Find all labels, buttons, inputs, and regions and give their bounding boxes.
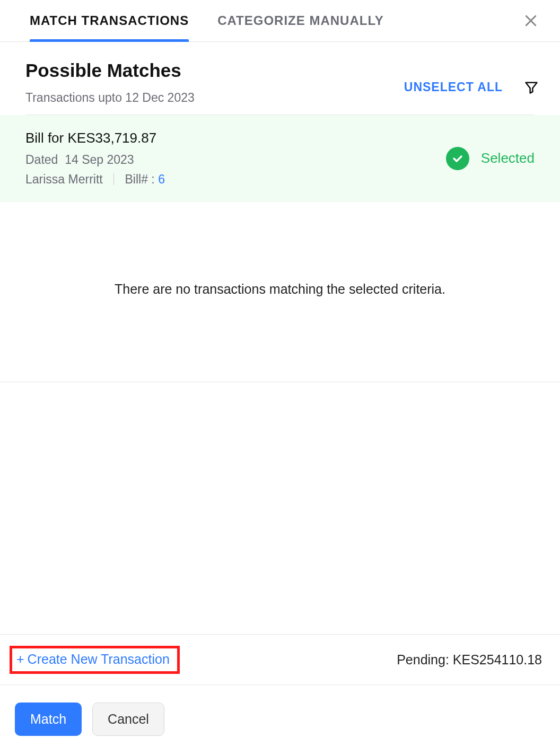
footer-row: +Create New Transaction Pending: KES2541… xyxy=(0,634,560,685)
selected-label: Selected xyxy=(481,150,535,166)
close-button[interactable] xyxy=(523,13,539,29)
cancel-button-label: Cancel xyxy=(108,712,149,726)
match-button-label: Match xyxy=(30,712,66,726)
bill-label: Bill# : xyxy=(125,172,154,186)
create-transaction-highlight: +Create New Transaction xyxy=(10,646,180,674)
bill-number-link[interactable]: 6 xyxy=(158,172,165,186)
match-button[interactable]: Match xyxy=(15,703,82,736)
section-header: Possible Matches Transactions upto 12 De… xyxy=(0,42,560,115)
tab-match-label: MATCH TRANSACTIONS xyxy=(30,13,189,28)
match-meta: Larissa Merritt Bill# : 6 xyxy=(25,172,446,187)
filter-button[interactable] xyxy=(524,80,539,95)
plus-icon: + xyxy=(16,652,24,666)
dated-label: Dated xyxy=(25,153,58,166)
tab-match-transactions[interactable]: MATCH TRANSACTIONS xyxy=(30,0,189,42)
check-circle-icon xyxy=(446,147,469,170)
meta-separator xyxy=(113,173,114,185)
empty-message: There are no transactions matching the s… xyxy=(0,202,560,382)
selected-indicator: Selected xyxy=(446,147,535,170)
filter-icon xyxy=(524,80,539,95)
create-transaction-label: Create New Transaction xyxy=(28,652,170,666)
match-title: Bill for KES33,719.87 xyxy=(25,130,446,146)
dated-value: 14 Sep 2023 xyxy=(65,153,134,166)
match-customer: Larissa Merritt xyxy=(25,172,103,186)
unselect-all-label: UNSELECT ALL xyxy=(404,80,503,94)
action-bar: Match Cancel xyxy=(0,683,560,755)
section-subtitle: Transactions upto 12 Dec 2023 xyxy=(25,91,404,105)
create-transaction-link[interactable]: +Create New Transaction xyxy=(16,652,170,667)
tab-categorize-label: CATEGORIZE MANUALLY xyxy=(217,13,384,28)
unselect-all-button[interactable]: UNSELECT ALL xyxy=(404,80,503,94)
section-title: Possible Matches xyxy=(25,60,404,81)
match-dated: Dated 14 Sep 2023 xyxy=(25,153,446,167)
cancel-button[interactable]: Cancel xyxy=(92,703,164,736)
pending-amount: Pending: KES254110.18 xyxy=(397,652,542,668)
close-icon xyxy=(523,13,539,29)
tab-categorize-manually[interactable]: CATEGORIZE MANUALLY xyxy=(217,0,384,42)
match-card[interactable]: Bill for KES33,719.87 Dated 14 Sep 2023 … xyxy=(0,115,560,202)
tab-bar: MATCH TRANSACTIONS CATEGORIZE MANUALLY xyxy=(0,0,560,42)
